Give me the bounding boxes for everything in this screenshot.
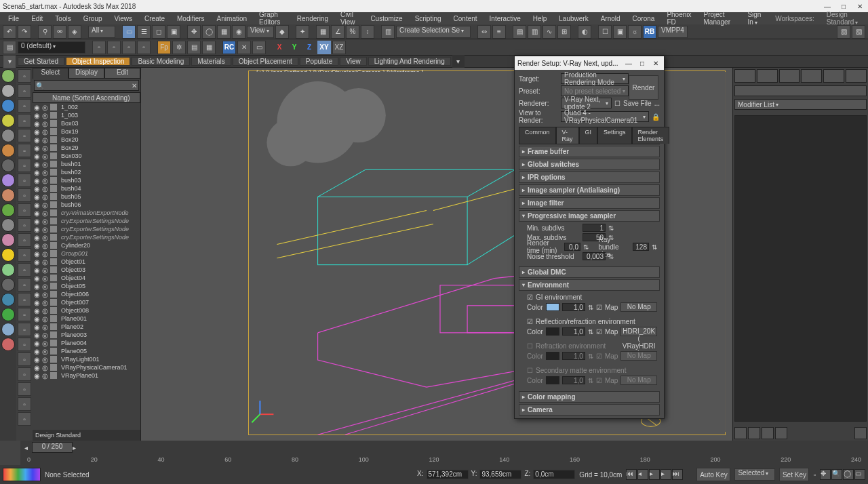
goto-end-icon[interactable]: ⏭ bbox=[672, 469, 683, 480]
rr-map-checkbox[interactable]: ☑ bbox=[596, 328, 602, 336]
selection-filter-dropdown[interactable]: All bbox=[88, 26, 115, 38]
setkey-button[interactable]: Set Key bbox=[779, 468, 809, 481]
menu-scripting[interactable]: Scripting bbox=[410, 15, 447, 22]
extra-icon-5[interactable] bbox=[1, 278, 15, 291]
se-tool-22[interactable]: ▫ bbox=[18, 382, 31, 396]
scene-item[interactable]: ◉◎Object007 bbox=[33, 298, 140, 306]
menu-content[interactable]: Content bbox=[448, 15, 483, 22]
visibility-icon[interactable]: ◉ bbox=[34, 364, 41, 371]
scene-item[interactable]: ◉◎1_003 bbox=[33, 111, 140, 119]
sm-env-checkbox[interactable]: ☐ bbox=[527, 367, 533, 374]
se-tool-13[interactable]: ▫ bbox=[18, 248, 31, 262]
nav-max-icon[interactable]: ▭ bbox=[854, 469, 865, 480]
scene-item[interactable]: ◉◎Box03 bbox=[33, 119, 140, 127]
create-plant-icon[interactable] bbox=[1, 203, 15, 217]
sm-map-slot[interactable]: No Map bbox=[620, 376, 657, 385]
gi-color-swatch[interactable] bbox=[546, 303, 559, 311]
rotate-icon[interactable]: ◯ bbox=[202, 25, 216, 39]
se-tool-16[interactable]: ▫ bbox=[18, 293, 31, 306]
bind-icon[interactable]: ◈ bbox=[68, 25, 81, 39]
create-vrayobj-icon[interactable] bbox=[1, 188, 15, 202]
rollout-imagesampler[interactable]: ▸Image sampler (Antialiasing) bbox=[519, 184, 660, 196]
select-rect-icon[interactable]: ◻ bbox=[152, 25, 165, 39]
freeze-icon[interactable]: ◎ bbox=[42, 161, 49, 167]
freeze-icon[interactable]: ◎ bbox=[42, 340, 49, 346]
dialog-maximize-icon[interactable]: □ bbox=[637, 60, 648, 67]
cmd-utilities-icon[interactable] bbox=[846, 69, 867, 83]
ribbon-materials[interactable]: Materials bbox=[191, 57, 231, 66]
stack-pin-icon[interactable] bbox=[734, 427, 747, 439]
se-tool-6[interactable]: ▫ bbox=[18, 144, 31, 157]
se-tool-21[interactable]: ▫ bbox=[18, 367, 31, 381]
freeze-icon[interactable]: ◎ bbox=[42, 258, 49, 265]
freeze-icon[interactable]: ◎ bbox=[42, 348, 49, 355]
rollout-environment[interactable]: ▾Environment bbox=[519, 279, 660, 291]
nav-pan-icon[interactable]: ✥ bbox=[820, 469, 831, 480]
savefile-checkbox[interactable]: ☐ bbox=[614, 100, 620, 107]
create-shape-icon[interactable] bbox=[1, 99, 15, 113]
axis-z-button[interactable]: Z bbox=[302, 41, 316, 54]
rollout-ipr[interactable]: ▸IPR options bbox=[519, 172, 660, 183]
rf-map-checkbox[interactable]: ☑ bbox=[596, 352, 602, 360]
tb2-icon-3[interactable]: ▫ bbox=[122, 41, 136, 54]
rollout-framebuffer[interactable]: ▸Frame buffer bbox=[519, 146, 660, 157]
scene-item[interactable]: ◉◎VRayPhysicalCamera01 bbox=[33, 363, 140, 371]
layer-dropdown[interactable]: 0 (default) bbox=[18, 41, 85, 54]
stack-remove-icon[interactable] bbox=[775, 427, 787, 439]
scene-item[interactable]: ◉◎Box29 bbox=[33, 144, 140, 152]
rollout-progressive[interactable]: ▾Progressive image sampler bbox=[519, 210, 660, 222]
menu-corona[interactable]: Corona bbox=[627, 15, 660, 22]
se-tool-23[interactable]: ▫ bbox=[18, 397, 31, 411]
rr-map-slot[interactable]: HDRI_20K ( VRayHDRI ) bbox=[620, 327, 657, 336]
freeze-icon[interactable]: ◎ bbox=[42, 283, 49, 289]
menu-laubwerk[interactable]: Laubwerk bbox=[553, 15, 593, 22]
link-icon[interactable]: ⚲ bbox=[38, 25, 52, 39]
se-tool-18[interactable]: ▫ bbox=[18, 323, 31, 336]
visibility-icon[interactable]: ◉ bbox=[34, 226, 41, 233]
spinner-arrows-icon[interactable]: ⇅ bbox=[652, 243, 657, 251]
toggle-ribbon-icon[interactable]: ▥ bbox=[528, 25, 541, 39]
scene-item[interactable]: ◉◎Object03 bbox=[33, 266, 140, 274]
tree-icon[interactable]: ✲ bbox=[172, 41, 186, 54]
freeze-icon[interactable]: ◎ bbox=[42, 104, 49, 110]
freeze-icon[interactable]: ◎ bbox=[42, 266, 49, 273]
gi-mult-spinner[interactable]: 1,0 bbox=[562, 303, 585, 311]
scene-item[interactable]: ◉◎bush05 bbox=[33, 193, 140, 201]
pivot-icon[interactable]: ◆ bbox=[275, 25, 289, 39]
move-icon[interactable]: ✥ bbox=[187, 25, 201, 39]
scene-search[interactable]: 🔍✕ bbox=[34, 80, 139, 91]
sm-map-checkbox[interactable]: ☑ bbox=[596, 377, 602, 384]
visibility-icon[interactable]: ◉ bbox=[34, 209, 41, 216]
rollout-globaldmc[interactable]: ▸Global DMC bbox=[519, 266, 660, 278]
visibility-icon[interactable]: ◉ bbox=[34, 307, 41, 314]
layer-icon[interactable]: ▤ bbox=[3, 41, 16, 54]
se-tool-17[interactable]: ▫ bbox=[18, 308, 31, 321]
se-tool-5[interactable]: ▫ bbox=[18, 129, 31, 142]
extra-icon-6[interactable] bbox=[1, 293, 15, 306]
angle-snap-icon[interactable]: ∠ bbox=[331, 25, 344, 39]
extra-icon-2[interactable] bbox=[1, 233, 15, 247]
se-tool-12[interactable]: ▫ bbox=[18, 233, 31, 247]
visibility-icon[interactable]: ◉ bbox=[34, 275, 41, 281]
visibility-icon[interactable]: ◉ bbox=[34, 266, 41, 273]
renderer-dropdown[interactable]: V-Ray Next, update 2 bbox=[561, 98, 612, 108]
sm-color-swatch[interactable] bbox=[546, 376, 559, 384]
scene-item[interactable]: ◉◎cryExporterSettingsNode bbox=[33, 233, 140, 241]
ribbon-objectplacement[interactable]: Object Placement bbox=[233, 57, 298, 66]
freeze-icon[interactable]: ◎ bbox=[42, 307, 49, 314]
cmd-create-icon[interactable] bbox=[734, 69, 755, 83]
freeze-icon[interactable]: ◎ bbox=[42, 201, 49, 208]
visibility-icon[interactable]: ◉ bbox=[34, 169, 41, 176]
cmd-modify-icon[interactable] bbox=[757, 69, 778, 83]
extra-icon-3[interactable] bbox=[1, 248, 15, 262]
redo-icon[interactable]: ↷ bbox=[18, 25, 31, 39]
visibility-icon[interactable]: ◉ bbox=[34, 218, 41, 224]
scene-item[interactable]: ◉◎VRayLight001 bbox=[33, 355, 140, 363]
snap-icon[interactable]: ▦ bbox=[316, 25, 330, 39]
ribbon-menu-icon[interactable]: ▾ bbox=[3, 55, 16, 68]
rf-mult-spinner[interactable]: 1,0 bbox=[562, 352, 585, 360]
axis-x-button[interactable]: X bbox=[273, 41, 286, 54]
visibility-icon[interactable]: ◉ bbox=[34, 340, 41, 346]
menu-views[interactable]: Views bbox=[109, 15, 138, 22]
visibility-icon[interactable]: ◉ bbox=[34, 161, 41, 167]
